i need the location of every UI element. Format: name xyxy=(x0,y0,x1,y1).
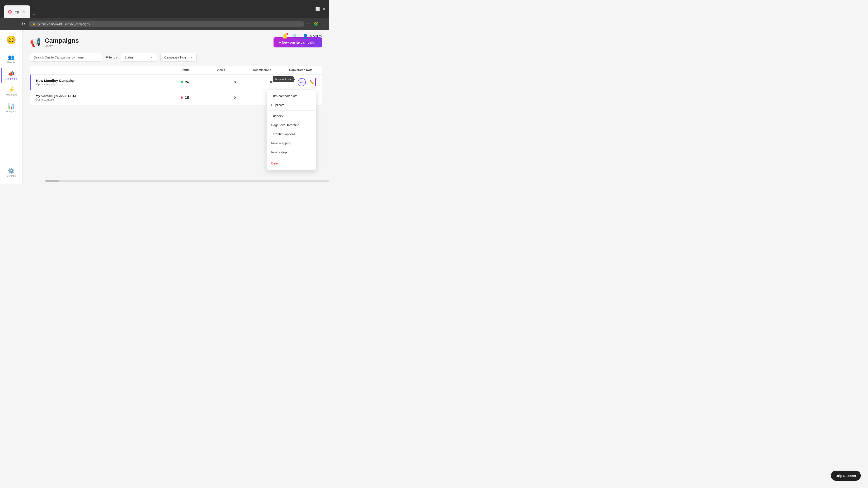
status-cell-1: On xyxy=(181,80,217,84)
status-header[interactable]: Status xyxy=(181,68,190,72)
active-tab[interactable]: D Drip ✕ xyxy=(4,5,30,18)
maximize-icon[interactable]: ⬜ xyxy=(315,7,320,11)
scroll-track xyxy=(45,180,329,182)
status-cell-2: Off xyxy=(181,96,217,99)
sidebar-item-workflows[interactable]: ⚡ Workflows xyxy=(1,85,22,99)
views-cell-2: 0 xyxy=(217,96,253,99)
search-icon[interactable]: 🔍 xyxy=(292,33,298,39)
search-input[interactable] xyxy=(30,53,102,62)
dropdown-item-final-setup[interactable]: Final setup xyxy=(267,148,316,157)
more-options-button[interactable]: ••• xyxy=(298,78,306,86)
scroll-area xyxy=(45,180,329,182)
campaign-type-1: Opt-in campaign xyxy=(36,83,181,86)
row-accent-bar xyxy=(315,78,316,86)
dropdown-item-page-targeting[interactable]: Page-level targeting xyxy=(267,121,316,130)
refresh-button[interactable]: ↻ xyxy=(21,21,26,27)
app-logo[interactable]: 😊 xyxy=(6,34,17,46)
settings-icon: ⚙️ xyxy=(8,168,15,173)
filter-by-label: Filter by xyxy=(106,56,117,59)
close-window-icon[interactable]: ✕ xyxy=(322,7,326,11)
dropdown-item-duplicate[interactable]: Duplicate xyxy=(267,101,316,109)
dropdown-item-triggers[interactable]: Triggers xyxy=(267,111,316,121)
people-label: People xyxy=(7,61,15,64)
more-options-tooltip: More options xyxy=(273,76,293,82)
menu-icon[interactable]: ⋮ xyxy=(322,22,326,26)
status-filter-label: Status xyxy=(125,56,133,59)
workflows-label: Workflows xyxy=(5,94,17,96)
main-content: 🔔 🔍 👤 Moodjoy 📢 Campaigns Onsite + New o… xyxy=(23,30,329,184)
status-text-1: On xyxy=(185,80,189,84)
lock-icon: 🔒 xyxy=(32,22,36,26)
bookmark-icon[interactable]: ☆ xyxy=(307,22,310,26)
sidebar-item-analytics[interactable]: 📊 Analytics xyxy=(1,101,22,115)
browser-tabs: D Drip ✕ + xyxy=(4,0,37,18)
campaigns-label: Campaigns xyxy=(5,77,18,80)
campaign-type-chevron-icon: ▼ xyxy=(190,56,193,59)
tab-title: Drip xyxy=(13,10,19,13)
dropdown-divider xyxy=(267,110,316,111)
address-bar-row: ← → ↻ 🔒 getdrip.com/7641396/onsite_campa… xyxy=(0,18,329,30)
forward-button[interactable]: → xyxy=(12,21,18,27)
page-subtitle: Onsite xyxy=(45,44,79,48)
status-dot-on xyxy=(181,81,183,84)
filter-bar: Filter by Status ▼ Campaign Type ▼ xyxy=(30,53,322,62)
browser-actions: ☆ 🧩 ⋮ xyxy=(307,22,326,26)
campaigns-table: Status Views Submissions Conversion Rate… xyxy=(30,65,322,105)
url-text: getdrip.com/7641396/onsite_campaigns xyxy=(37,22,90,26)
campaign-name-1: New Moodjoy Campaign xyxy=(36,78,181,83)
page-title: Campaigns xyxy=(45,37,79,44)
logo-icon: 😊 xyxy=(6,35,16,45)
status-chevron-icon: ▼ xyxy=(150,56,153,59)
campaign-type-label: Campaign Type xyxy=(164,56,186,59)
user-menu[interactable]: 👤 Moodjoy xyxy=(303,33,322,39)
edit-button-1[interactable]: ✏️ xyxy=(308,79,316,86)
tab-favicon: D xyxy=(8,10,12,13)
status-dot-off xyxy=(181,96,183,99)
views-cell-1: 0 xyxy=(217,80,253,84)
analytics-label: Analytics xyxy=(6,110,16,112)
notification-dot xyxy=(286,33,288,35)
campaign-type-filter[interactable]: Campaign Type ▼ xyxy=(160,53,197,62)
campaign-name-2: My-Campaign-2023-12-13 xyxy=(35,94,181,98)
tab-close-btn[interactable]: ✕ xyxy=(23,10,25,13)
notification-bell[interactable]: 🔔 xyxy=(282,33,288,39)
dropdown-item-field-mapping[interactable]: Field mapping xyxy=(267,139,316,148)
analytics-icon: 📊 xyxy=(8,103,15,109)
user-name: Moodjoy xyxy=(310,34,322,38)
table-row: New Moodjoy Campaign Opt-in campaign On … xyxy=(30,74,322,90)
sidebar-item-settings[interactable]: ⚙️ Settings xyxy=(1,165,22,180)
browser-chrome: D Drip ✕ + — ⬜ ✕ xyxy=(0,0,329,18)
scroll-thumb[interactable] xyxy=(45,180,59,182)
page-title-area: 📢 Campaigns Onsite xyxy=(30,37,79,48)
sidebar-item-people[interactable]: 👥 People xyxy=(1,52,22,66)
status-filter[interactable]: Status ▼ xyxy=(121,53,157,62)
actions-cell-1: More options ••• ✏️ Turn campaign off Du… xyxy=(289,78,316,86)
workflows-icon: ⚡ xyxy=(8,87,15,93)
settings-label: Settings xyxy=(7,174,16,177)
submissions-header[interactable]: Submissions xyxy=(253,68,271,72)
people-icon: 👥 xyxy=(8,55,15,60)
campaign-type-2: Opt-in campaign xyxy=(35,98,181,101)
sidebar: 😊 👥 People 📣 Campaigns ⚡ Workflows 📊 Ana… xyxy=(0,30,23,184)
extensions-icon[interactable]: 🧩 xyxy=(314,22,318,26)
minimize-icon[interactable]: — xyxy=(309,7,313,11)
status-text-2: Off xyxy=(185,96,189,99)
back-button[interactable]: ← xyxy=(4,21,9,27)
user-icon: 👤 xyxy=(303,33,308,39)
dropdown-item-targeting-options[interactable]: Targeting options xyxy=(267,130,316,139)
dropdown-item-delete[interactable]: Dele... xyxy=(267,159,316,168)
dropdown-menu: Turn campaign off Duplicate Triggers Pag… xyxy=(267,90,316,170)
address-bar[interactable]: 🔒 getdrip.com/7641396/onsite_campaigns xyxy=(29,21,304,27)
table-header: Status Views Submissions Conversion Rate xyxy=(30,66,322,74)
dropdown-divider-2 xyxy=(267,158,316,158)
dropdown-item-turn-off[interactable]: Turn campaign off xyxy=(267,92,316,101)
conversion-rate-header[interactable]: Conversion Rate xyxy=(289,68,312,72)
page-icon: 📢 xyxy=(30,37,41,48)
campaigns-icon: 📣 xyxy=(8,71,15,76)
top-bar: 🔔 🔍 👤 Moodjoy xyxy=(275,30,329,42)
sidebar-item-campaigns[interactable]: 📣 Campaigns xyxy=(1,68,22,83)
app-layout: 😊 👥 People 📣 Campaigns ⚡ Workflows 📊 Ana… xyxy=(0,30,329,184)
views-header[interactable]: Views xyxy=(217,68,225,72)
new-tab-button[interactable]: + xyxy=(31,11,37,18)
